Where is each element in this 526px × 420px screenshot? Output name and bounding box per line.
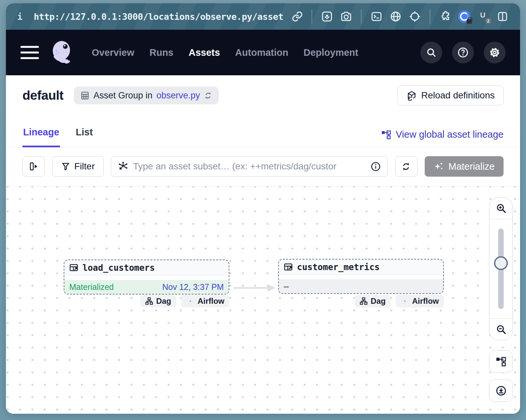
- nav-item-automation[interactable]: Automation: [235, 47, 288, 58]
- help-button[interactable]: [452, 42, 474, 63]
- reload-cube-icon: [407, 90, 417, 101]
- tag-chip-airflow[interactable]: Airflow: [396, 295, 444, 307]
- toolbar-separator: [361, 9, 362, 24]
- materialize-button[interactable]: Materialize: [425, 156, 504, 177]
- extensions-puzzle-icon[interactable]: [439, 10, 451, 23]
- zoom-in-icon: [496, 203, 507, 214]
- fit-lineage-button[interactable]: [489, 350, 513, 373]
- browser-window: i http://127.0.0.1:3000/locations/observ…: [6, 3, 520, 414]
- nav-item-runs[interactable]: Runs: [149, 47, 174, 58]
- download-icon: [496, 385, 507, 396]
- lineage-canvas[interactable]: load_customers Materialized Nov 12, 3:37…: [6, 186, 520, 414]
- zoom-slider-thumb[interactable]: [494, 256, 508, 270]
- primary-nav: Overview Runs Assets Automation Deployme…: [92, 47, 358, 58]
- node-spacer: [64, 275, 229, 280]
- filter-funnel-icon: [61, 162, 70, 171]
- info-icon[interactable]: [371, 161, 381, 172]
- reload-definitions-label: Reload definitions: [421, 90, 495, 101]
- view-tabs: Lineage List View global asset lineage: [6, 122, 520, 148]
- split-view-icon[interactable]: [496, 10, 509, 23]
- asset-node-header: customer_metrics: [279, 260, 443, 275]
- tab-list[interactable]: List: [75, 122, 94, 147]
- materialize-label: Materialize: [448, 161, 495, 172]
- zoom-out-button[interactable]: [489, 318, 512, 340]
- reload-definitions-button[interactable]: Reload definitions: [398, 86, 504, 105]
- navbar-actions: [420, 42, 506, 63]
- lineage-graph-icon: [496, 356, 506, 367]
- app-navbar: Overview Runs Assets Automation Deployme…: [6, 30, 520, 75]
- toolbar-separator: [430, 9, 430, 24]
- toolbar-separator: [312, 9, 312, 24]
- airflow-icon: [186, 297, 195, 305]
- dag-icon: [360, 297, 368, 305]
- node-spacer: [279, 275, 443, 279]
- asset-group-icon: [81, 91, 89, 100]
- zoom-in-button[interactable]: [489, 197, 512, 219]
- op-selector-icon: [118, 161, 128, 172]
- nav-item-overview[interactable]: Overview: [92, 47, 134, 58]
- sparkles-icon: [434, 161, 444, 172]
- password-manager-icon[interactable]: [458, 10, 471, 23]
- nav-item-assets[interactable]: Assets: [188, 47, 220, 58]
- tag-chip-airflow[interactable]: Airflow: [181, 295, 229, 307]
- nav-item-deployment[interactable]: Deployment: [304, 47, 358, 58]
- asset-node-load-customers[interactable]: load_customers Materialized Nov 12, 3:37…: [64, 260, 229, 295]
- refresh-graph-button[interactable]: [395, 156, 417, 177]
- page-info-icon[interactable]: i: [17, 12, 22, 22]
- asset-subset-input[interactable]: [133, 161, 366, 172]
- dagster-logo[interactable]: [48, 39, 75, 66]
- asset-table-icon: [69, 263, 78, 272]
- download-graph-button[interactable]: [489, 379, 513, 402]
- tag-label: Airflow: [198, 297, 224, 306]
- global-lineage-link[interactable]: View global asset lineage: [381, 129, 504, 147]
- assets-page: default Asset Group in observe.py: [6, 75, 520, 414]
- tag-chip-dag[interactable]: Dag: [355, 295, 390, 307]
- zoom-control: [489, 197, 513, 340]
- crosshair-icon[interactable]: [409, 10, 421, 23]
- address-bar[interactable]: http://127.0.0.1:3000/locations/observe.…: [34, 12, 284, 22]
- browser-toolbar: i http://127.0.0.1:3000/locations/observ…: [6, 3, 520, 30]
- lineage-edge-arrow: [229, 283, 278, 293]
- asset-node-customer-metrics[interactable]: customer_metrics –: [278, 259, 444, 294]
- tag-label: Airflow: [412, 297, 439, 306]
- status-label: Materialized: [69, 282, 114, 292]
- asset-node-header: load_customers: [64, 260, 229, 275]
- terminal-icon[interactable]: [370, 10, 383, 23]
- asset-status-row: –: [279, 279, 443, 293]
- page-title: default: [22, 88, 63, 103]
- asset-status-row: Materialized Nov 12, 3:37 PM: [64, 280, 229, 294]
- menu-hamburger-icon[interactable]: [20, 46, 39, 59]
- tag-label: Dag: [156, 297, 171, 306]
- code-location-link[interactable]: observe.py: [156, 90, 200, 101]
- refresh-icon: [401, 162, 411, 171]
- asset-name: load_customers: [82, 263, 155, 273]
- adblock-shield-icon[interactable]: U2: [477, 10, 490, 23]
- asset-name: customer_metrics: [297, 262, 379, 272]
- tag-label: Dag: [371, 297, 385, 306]
- copy-link-icon[interactable]: [291, 10, 304, 23]
- tag-chip-dag[interactable]: Dag: [140, 295, 176, 307]
- dag-icon: [145, 297, 153, 305]
- asset-tags-customer-metrics: Dag Airflow: [278, 295, 444, 307]
- lineage-toolbar: Filter: [6, 148, 520, 186]
- asset-tags-load-customers: Dag Airflow: [64, 295, 229, 307]
- materialization-timestamp-link[interactable]: Nov 12, 3:37 PM: [162, 282, 224, 292]
- screenshot-tool-icon[interactable]: [321, 10, 333, 23]
- asset-subset-search: [111, 156, 388, 177]
- page-header: default Asset Group in observe.py: [6, 85, 520, 106]
- desktop-frame: i http://127.0.0.1:3000/locations/observ…: [0, 0, 526, 420]
- tab-lineage[interactable]: Lineage: [22, 122, 60, 147]
- global-lineage-label: View global asset lineage: [396, 129, 504, 140]
- search-button[interactable]: [420, 42, 442, 63]
- panel-expand-icon: [29, 161, 39, 171]
- zoom-out-icon: [496, 324, 507, 335]
- settings-button[interactable]: [484, 42, 506, 63]
- badge-refresh-icon[interactable]: [204, 91, 212, 100]
- filter-button[interactable]: Filter: [52, 156, 104, 177]
- globe-icon[interactable]: [389, 10, 402, 23]
- zoom-slider[interactable]: [489, 219, 512, 318]
- asset-group-badge: Asset Group in observe.py: [74, 87, 219, 104]
- filter-label: Filter: [74, 161, 95, 172]
- open-panel-button[interactable]: [22, 156, 45, 177]
- camera-icon[interactable]: [340, 10, 352, 23]
